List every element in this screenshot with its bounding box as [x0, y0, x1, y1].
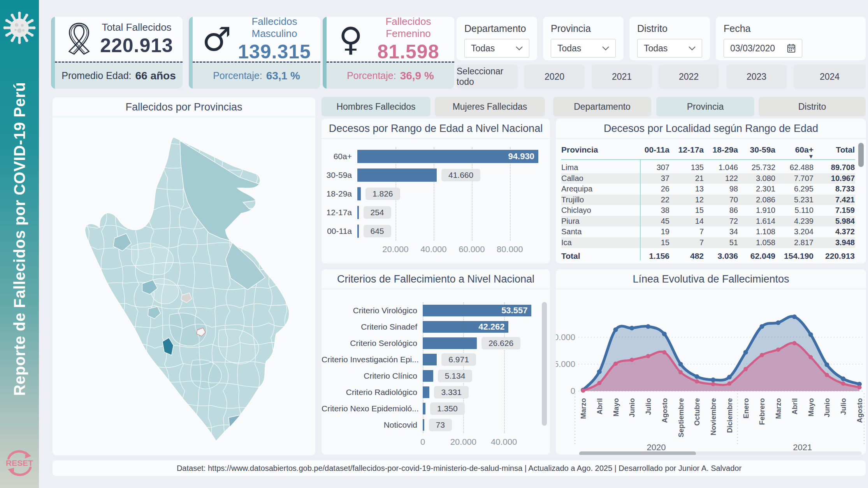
- table-total-row: Total1.1564823.03662.049154.190220.913: [561, 249, 855, 263]
- data-point[interactable]: [662, 332, 667, 336]
- table-total-cell: Total: [561, 251, 635, 261]
- data-point[interactable]: [646, 354, 650, 358]
- year-button-select-all[interactable]: Seleccionar todo: [457, 65, 518, 89]
- y-axis-label: 0: [571, 386, 575, 396]
- toggle-distrito[interactable]: Distrito: [759, 97, 866, 116]
- reset-label: RESET: [6, 458, 33, 467]
- axis-tick-label: 40.000: [420, 244, 446, 255]
- bar[interactable]: 53.557: [423, 305, 531, 316]
- year-button-2023[interactable]: 2023: [726, 65, 787, 89]
- data-point[interactable]: [776, 348, 780, 352]
- data-point[interactable]: [759, 324, 764, 329]
- data-point[interactable]: [841, 381, 845, 386]
- data-point[interactable]: [597, 369, 602, 374]
- bar[interactable]: 94.930: [357, 150, 538, 163]
- year-button-2022[interactable]: 2022: [659, 65, 719, 89]
- departamento-select[interactable]: Todas: [464, 39, 529, 58]
- table-cell: 7: [669, 238, 704, 247]
- reset-button[interactable]: RESET: [4, 447, 35, 480]
- data-point[interactable]: [597, 381, 601, 385]
- y-axis-label: 5.000: [556, 359, 575, 369]
- data-point[interactable]: [824, 362, 829, 367]
- table-scrollbar[interactable]: [858, 143, 864, 167]
- data-point[interactable]: [808, 355, 813, 359]
- data-point[interactable]: [792, 314, 797, 319]
- table-total-cell: 482: [669, 251, 704, 261]
- year-button-2020[interactable]: 2020: [524, 65, 585, 89]
- year-button-2024[interactable]: 2024: [794, 65, 866, 89]
- axis-tick-label: 80.000: [497, 244, 523, 255]
- bar-value-label: 53.557: [501, 305, 527, 316]
- bar[interactable]: [357, 225, 359, 238]
- bar[interactable]: [357, 169, 437, 182]
- table-cell: 1.108: [738, 227, 775, 236]
- data-point[interactable]: [662, 350, 666, 355]
- table-row[interactable]: Piura4514721.6144.2395.984: [561, 216, 855, 227]
- data-point[interactable]: [776, 320, 780, 325]
- data-point[interactable]: [825, 373, 829, 377]
- data-point[interactable]: [711, 377, 715, 382]
- toggle-provincia[interactable]: Provincia: [656, 97, 754, 116]
- year-button-2021[interactable]: 2021: [592, 65, 652, 89]
- provincia-select[interactable]: Todas: [551, 39, 616, 58]
- toggle-mujeres-fallecidas[interactable]: Mujeres Fallecidas: [435, 97, 545, 116]
- toggle-departamento[interactable]: Departamento: [553, 97, 651, 116]
- data-point[interactable]: [613, 327, 618, 332]
- table-cell: 86: [704, 206, 738, 215]
- fecha-input[interactable]: 03/03/2020: [724, 39, 802, 58]
- data-point[interactable]: [613, 362, 618, 366]
- table-total-cell: 62.049: [738, 251, 775, 261]
- bar[interactable]: [423, 419, 424, 431]
- peru-choropleth-map[interactable]: [53, 117, 315, 452]
- kpi-male-value: 139.315: [235, 40, 313, 63]
- table-row[interactable]: Santa197341.1083.2044.372: [561, 226, 855, 237]
- criterios-scrollbar[interactable]: [542, 302, 547, 426]
- table-row[interactable]: Arequipa2613982.3016.2958.733: [561, 184, 855, 195]
- bar[interactable]: [357, 187, 361, 200]
- bar-value-label: 1.350: [430, 402, 465, 415]
- bar[interactable]: [423, 403, 425, 414]
- distrito-select[interactable]: Todas: [637, 39, 702, 58]
- kpi-male-label: Fallecidos Masculino: [235, 17, 313, 40]
- data-point[interactable]: [760, 353, 764, 357]
- kpi-accent-strip: [189, 17, 193, 89]
- bar[interactable]: [423, 337, 477, 349]
- sort-descending-icon[interactable]: ▼: [808, 153, 814, 160]
- data-point[interactable]: [694, 374, 699, 379]
- criterios-bar-chart[interactable]: Criterio Virológico53.557Criterio Sinade…: [322, 289, 550, 448]
- age-bar-chart[interactable]: 60a+94.93030-59a41.66018-29a1.82612-17a2…: [322, 139, 550, 255]
- table-row[interactable]: Callao37211223.0807.70710.967: [561, 173, 855, 184]
- data-point[interactable]: [629, 326, 634, 330]
- data-point[interactable]: [678, 370, 683, 374]
- data-point[interactable]: [743, 350, 748, 355]
- table-panel: Decesos por Localidad según Rango de Eda…: [556, 119, 866, 263]
- data-point[interactable]: [808, 332, 813, 337]
- data-point[interactable]: [678, 362, 683, 367]
- evolution-line-chart[interactable]: 05.00010.000MarzoAbrilMayoJunioJulioAgos…: [556, 289, 866, 455]
- data-point[interactable]: [792, 341, 796, 345]
- bar-row: 30-59a41.660: [322, 166, 550, 184]
- table-row[interactable]: Trujillo2212702.0865.2317.421: [561, 195, 855, 205]
- bar-row: 00-11a645: [322, 222, 550, 240]
- table-row[interactable]: Ica157511.0582.8173.948: [561, 237, 855, 248]
- data-point[interactable]: [727, 381, 731, 386]
- data-point[interactable]: [711, 382, 715, 386]
- data-point[interactable]: [743, 367, 748, 371]
- bar[interactable]: [357, 206, 359, 219]
- data-point[interactable]: [727, 375, 732, 379]
- data-point[interactable]: [646, 324, 650, 329]
- table-row[interactable]: Chiclayo3815861.9105.1107.159: [561, 205, 855, 216]
- bar[interactable]: 42.262: [423, 321, 508, 333]
- table-row[interactable]: Lima3071351.04625.73262.48889.708: [561, 162, 855, 173]
- table-cell: 15: [669, 206, 704, 215]
- toggle-hombres-fallecidos[interactable]: Hombres Fallecidos: [322, 97, 430, 116]
- bar[interactable]: [423, 370, 433, 382]
- data-point[interactable]: [581, 388, 585, 393]
- data-point[interactable]: [630, 358, 634, 362]
- data-point[interactable]: [857, 385, 862, 390]
- bar[interactable]: [423, 354, 437, 365]
- evolution-scrollbar-thumb[interactable]: [579, 451, 696, 455]
- data-point[interactable]: [841, 376, 845, 381]
- data-point[interactable]: [695, 379, 699, 384]
- bar[interactable]: [423, 386, 429, 398]
